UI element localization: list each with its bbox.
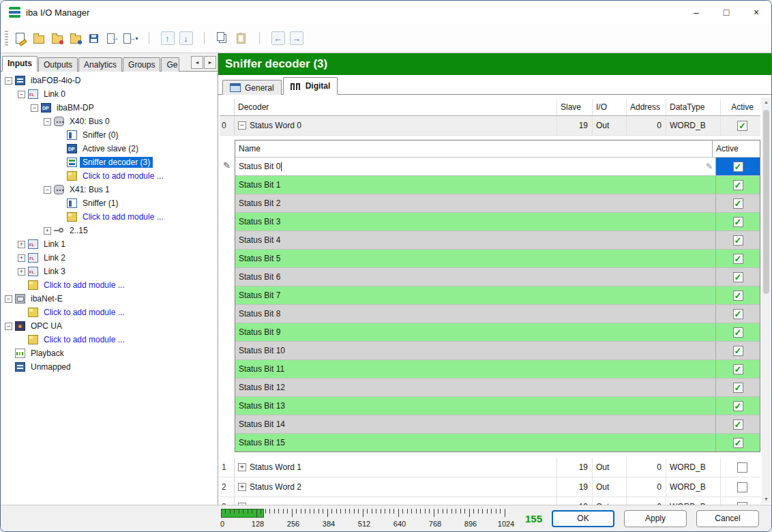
apply-button[interactable]: Apply [624, 510, 687, 527]
column-header-datatype[interactable]: DataType [666, 99, 721, 115]
tab-digital[interactable]: Digital [283, 77, 338, 95]
tab-scroll-right-icon[interactable]: ► [204, 56, 216, 69]
toolbar-button[interactable]: → ▾ [122, 29, 140, 47]
tree-item[interactable]: X40: Bus 0 [1, 115, 218, 128]
tree-item[interactable]: DP Active slave (2) [1, 142, 218, 156]
expander-icon[interactable] [18, 254, 25, 262]
expand-icon[interactable] [238, 483, 246, 491]
toolbar-button[interactable]: ← [269, 29, 287, 47]
tree-item[interactable]: Unmapped [1, 360, 218, 374]
tab-general[interactable]: General [222, 80, 282, 95]
tree-item[interactable]: OPC UA [1, 319, 218, 333]
tree-item[interactable]: Click to add module ... [1, 333, 218, 346]
active-checkbox[interactable] [733, 438, 743, 448]
bit-row[interactable]: Status Bit 15 [235, 434, 760, 452]
column-header-active[interactable]: Active [721, 99, 760, 115]
expand-icon[interactable] [238, 463, 246, 471]
bit-row[interactable]: Status Bit 11 [235, 360, 760, 379]
active-checkbox[interactable] [733, 383, 743, 393]
active-checkbox[interactable] [733, 254, 743, 264]
tree-item[interactable]: Sniffer decoder (3) [1, 156, 218, 169]
toolbar-button[interactable] [214, 29, 232, 47]
active-checkbox[interactable] [733, 309, 743, 319]
vertical-scrollbar[interactable]: ▲ ▼ [762, 98, 771, 503]
toolbar-button[interactable] [233, 29, 250, 47]
bits-column-header-name[interactable]: Name [235, 141, 713, 157]
tree-item[interactable]: FL Link 2 [1, 251, 218, 265]
active-checkbox[interactable] [733, 272, 743, 282]
column-header-decoder[interactable]: Decoder [235, 99, 557, 115]
tab-inputs[interactable]: Inputs [2, 56, 38, 72]
active-checkbox[interactable] [733, 217, 743, 227]
active-checkbox[interactable] [733, 419, 743, 430]
toolbar-button[interactable]: ↓ [177, 29, 195, 47]
close-button[interactable]: × [741, 1, 771, 24]
tree-item[interactable]: Click to add module ... [1, 306, 218, 319]
bit-row[interactable]: Status Bit 5 [235, 250, 760, 268]
decoder-row-status-word-0[interactable]: 0 Status Word 0 19 Out 0 WORD_B [220, 116, 760, 136]
toolbar-button[interactable]: → [104, 29, 121, 47]
toolbar-button[interactable] [85, 29, 103, 47]
tree-item[interactable]: Sniffer (1) [1, 196, 218, 210]
toolbar-button[interactable] [67, 29, 85, 47]
expander-icon[interactable] [18, 268, 25, 276]
column-header-address[interactable]: Address [627, 99, 666, 115]
bit-row[interactable]: Status Bit 13 [235, 397, 760, 415]
toolbar-button[interactable] [30, 29, 48, 47]
bit-row[interactable]: Status Bit 14 [235, 415, 760, 434]
cancel-button[interactable]: Cancel [696, 510, 759, 527]
active-checkbox[interactable] [733, 327, 743, 338]
expander-icon[interactable] [31, 104, 38, 112]
bit-row[interactable]: Status Bit 4 [235, 231, 760, 250]
active-checkbox[interactable] [733, 364, 743, 374]
active-checkbox[interactable] [737, 482, 747, 492]
tree-item[interactable]: Click to add module ... [1, 278, 218, 292]
expander-icon[interactable] [18, 241, 25, 248]
bit-row[interactable]: Status Bit 1 [235, 176, 760, 194]
bit-row[interactable]: Status Bit 9 [235, 323, 760, 342]
active-checkbox[interactable] [733, 162, 743, 172]
expander-icon[interactable] [44, 118, 51, 125]
scrollbar-thumb[interactable] [763, 110, 769, 294]
bit-row[interactable]: Status Bit 12 [235, 379, 760, 397]
decoder-row[interactable]: 1 Status Word 1 19 Out 0 WORD_B [220, 458, 760, 477]
decoder-row[interactable]: 3 19 Out 0 WORD_B [220, 497, 760, 505]
expander-icon[interactable] [5, 323, 12, 330]
toolbar-button[interactable] [48, 29, 66, 47]
toolbar-button[interactable]: ↑ [159, 29, 177, 47]
bit-name-editor[interactable]: Status Bit 0 ✎ [235, 158, 716, 175]
tree-item[interactable]: FL Link 3 [1, 265, 218, 278]
active-checkbox[interactable] [733, 401, 743, 411]
tree-item[interactable]: FL Link 0 [1, 87, 218, 101]
expander-icon[interactable] [18, 91, 25, 98]
tab-outputs[interactable]: Outputs [38, 57, 78, 72]
column-header-io[interactable]: I/O [593, 99, 627, 115]
active-checkbox[interactable] [733, 346, 743, 356]
toolbar-button[interactable] [12, 29, 29, 47]
bit-row[interactable]: Status Bit 8 [235, 305, 760, 323]
active-checkbox[interactable] [733, 198, 743, 209]
maximize-button[interactable]: □ [711, 1, 741, 24]
scroll-up-icon[interactable]: ▲ [762, 98, 771, 106]
active-checkbox[interactable] [737, 462, 747, 473]
tree-item[interactable]: Sniffer (0) [1, 128, 218, 142]
tree-item[interactable]: X41: Bus 1 [1, 183, 218, 196]
tree-item[interactable]: FL Link 1 [1, 237, 218, 251]
minimize-button[interactable]: – [681, 1, 711, 24]
toolbar-button[interactable]: → [288, 29, 306, 47]
tab-scroll-left-icon[interactable]: ◄ [191, 56, 203, 69]
expander-icon[interactable] [44, 227, 51, 235]
tree-item[interactable]: ibaFOB-4io-D [1, 74, 218, 87]
bit-row[interactable]: Status Bit 7 [235, 286, 760, 305]
bit-row[interactable]: Status Bit 3 [235, 213, 760, 231]
active-checkbox[interactable] [733, 291, 743, 301]
active-checkbox[interactable] [733, 180, 743, 190]
expander-icon[interactable] [5, 295, 12, 303]
tab-general[interactable]: Ge [161, 57, 179, 72]
tree-item[interactable]: Click to add module ... [1, 210, 218, 224]
tree-item[interactable]: Playback [1, 346, 218, 360]
expander-icon[interactable] [44, 186, 51, 194]
collapse-icon[interactable] [238, 121, 246, 130]
ok-button[interactable]: OK [552, 510, 614, 527]
bit-row[interactable]: Status Bit 10 [235, 342, 760, 360]
